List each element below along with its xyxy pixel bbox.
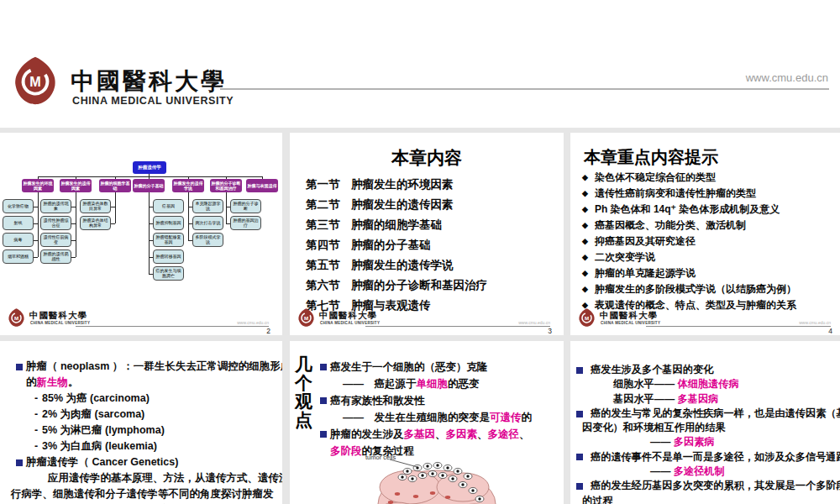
svg-text:M: M [304,315,308,321]
footer-website: www.cmu.edu.cn [799,320,831,325]
org-node-leaf: 肿瘤染色体数目异常 [80,199,111,213]
connector-line [34,223,38,224]
connector-line [34,257,38,258]
site-header: M 中國醫科大學 CHINA MEDICAL UNIVERSITY www.cm… [0,0,840,128]
highlighted-text: 多途径 [488,428,520,440]
diamond-bullet-icon: ◆ [582,237,588,245]
connector-line [149,257,153,258]
connector-line [111,223,115,224]
text-segment: 的 [26,376,37,388]
cmu-logo-icon: M [7,307,26,328]
text-line: —— 发生在生殖细胞的突变是可遗传的 [290,409,564,426]
org-node-leaf: 化学致癌物 [3,199,34,213]
tumor-cells-label: tumor cells [365,454,396,461]
slide-key-points: 本章重点内容提示 ◆染色体不稳定综合征的类型◆遗传性癌前病变和遗传性肿瘤的类型◆… [570,133,840,335]
square-bullet-icon [320,431,327,438]
slide-footer: M 中國醫科大學 CHINA MEDICAL UNIVERSITY www.cm… [0,307,282,335]
highlighted-text: 体细胞遗传病 [678,378,739,390]
text-segment: 2% 为肉瘤 (sarcoma) [42,408,144,420]
cmu-logo-icon: M [297,307,316,328]
header-website: www.cmu.edu.cn [746,71,828,84]
text-segment: —— 发生在生殖细胞的突变是 [343,412,490,423]
org-node-leaf: 遗传性肿瘤综合征 [40,216,71,230]
page-number: 4 [828,327,832,335]
connector-line [71,207,76,207]
org-node-branch: 肿瘤的分子诊断和基因治疗 [210,179,242,192]
footer-divider [646,326,831,327]
text-segment: 癌发生于一个细胞的（恶变）克隆 [330,361,488,373]
org-node-leaf: 肿瘤染色体结构异常 [80,216,111,230]
org-node-leaf: 遗传性癌前病变 [40,233,71,247]
org-node-leaf: 肿瘤错配修复基因 [153,233,184,247]
key-point-item: ◆肿瘤的单克隆起源学说 [582,265,796,281]
university-name-en: CHINA MEDICAL UNIVERSITY [72,95,234,107]
slide-org-chart: 肿瘤遗传学肿瘤发生的环境因素化学致癌物射线病毒烟草和酒精肿瘤发生的遗传因素肿瘤的… [0,133,282,335]
university-name-cn: 中國醫科大學 [71,66,227,97]
chapter-contents-list: 第一节 肿瘤发生的环境因素第二节 肿瘤发生的遗传因素第三节 肿瘤的细胞学基础第四… [306,175,487,316]
key-point-text: 肿瘤发生的多阶段模式学说（以结肠癌为例） [595,283,796,295]
diamond-bullet-icon: ◆ [582,173,588,181]
tumor-cells-illustration: tumor cells [364,450,507,504]
org-node-branch: 肿瘤与表观遗传 [246,179,278,192]
connector-line [149,274,153,275]
text-line: 肿瘤的发生涉及多基因、多因素、多途径、 [290,426,564,443]
text-segment: 癌的发生与常见的复杂性疾病一样，也是由遗传因素（基 [591,407,840,419]
connector-line [71,223,76,224]
key-point-text: 二次突变学说 [595,251,655,263]
text-segment: —— [650,436,674,448]
text-line: 癌发生于一个细胞的（恶变）克隆 [290,359,564,375]
org-node-branch: 肿瘤的分子基础 [133,179,165,192]
text-segment: 癌发生涉及多个基因的变化 [591,364,713,375]
connector-line [226,223,230,224]
slide-footer: M 中國醫科大學 CHINA MEDICAL UNIVERSITY www.cm… [290,307,564,335]
text-line: 行病学、细胞遗传和分子遗传学等不同的角度探讨肿瘤发 [0,486,282,502]
text-line: 应用遗传学的基本原理、方法，从遗传方式、遗传流 [0,470,282,486]
highlighted-text: 多阶段 [330,445,362,457]
footer-website: www.cmu.edu.cn [518,320,550,325]
connector-line [38,176,262,177]
key-point-item: ◆癌基因概念、功能分类、激活机制 [582,218,796,234]
diamond-bullet-icon: ◆ [582,269,588,277]
text-segment: 因变化）和环境相互作用的结果 [582,422,726,433]
square-bullet-icon [576,483,583,490]
connector-line [149,207,153,207]
text-line: 癌的发生与常见的复杂性疾病一样，也是由遗传因素（基 [570,407,840,421]
key-point-text: 肿瘤的单克隆起源学说 [595,267,696,279]
tumor-genetics-org-chart: 肿瘤遗传学肿瘤发生的环境因素化学致癌物射线病毒烟草和酒精肿瘤发生的遗传因素肿瘤的… [0,133,282,335]
connector-line [188,207,192,207]
org-node-leaf: 癌的发生与细胞凋亡 [153,266,184,281]
connector-line [188,192,189,240]
key-point-item: ◆抑癌基因及其研究途径 [582,234,796,249]
footer-university-cn: 中國醫科大學 [600,310,658,322]
highlighted-text: 多基因 [404,428,436,440]
square-bullet-icon [16,364,23,370]
text-segment: 癌有家族性和散发性 [330,395,425,407]
page-number: 2 [266,327,270,335]
text-line: —— 多途径机制 [570,465,840,479]
connector-line [71,240,76,241]
text-line: 的新生物。 [0,375,282,391]
viewpoints-text: 癌发生于一个细胞的（恶变）克隆—— 癌起源于单细胞的恶变癌有家族性和散发性—— … [290,359,564,459]
chapter-contents-title: 本章内容 [290,146,564,170]
text-line: 肿瘤遗传学（ Cancer Genetics) [0,454,282,470]
dash-bullet-icon: - [34,423,38,438]
text-segment: 癌的遗传事件不是单一而是多途径，如涉及众多信号通路 [591,451,840,463]
slide-footer: M 中國醫科大學 CHINA MEDICAL UNIVERSITY www.cm… [570,307,840,335]
contents-item: 第六节 肿瘤的分子诊断和基因治疗 [306,276,487,296]
connector-line [34,240,38,241]
text-segment: 基因水平—— [613,393,678,405]
text-segment: 应用遗传学的基本原理、方法，从遗传方式、遗传流 [48,472,282,484]
text-line: -85% 为癌 (carcinoma) [0,391,282,407]
key-point-item: ◆Ph 染色体和 14q⁺ 染色体形成机制及意义 [582,202,796,218]
svg-text:M: M [14,315,18,321]
connector-line [188,240,192,241]
org-node-leaf: 肿瘤转移基因 [153,249,184,264]
key-point-text: 癌基因概念、功能分类、激活机制 [595,219,746,231]
org-node-leaf: 多阶段模式学说 [192,233,223,247]
org-node-leaf: 射线 [3,216,34,230]
key-point-text: Ph 染色体和 14q⁺ 染色体形成机制及意义 [595,203,780,215]
slide-gene-changes: 癌发生涉及多个基因的变化细胞水平—— 体细胞遗传病基因水平—— 多基因病癌的发生… [570,341,840,504]
cmu-logo-icon: M [577,307,596,328]
slide-viewpoints: 几个观点 癌发生于一个细胞的（恶变）克隆—— 癌起源于单细胞的恶变癌有家族性和散… [290,341,564,504]
square-bullet-icon [16,459,23,466]
